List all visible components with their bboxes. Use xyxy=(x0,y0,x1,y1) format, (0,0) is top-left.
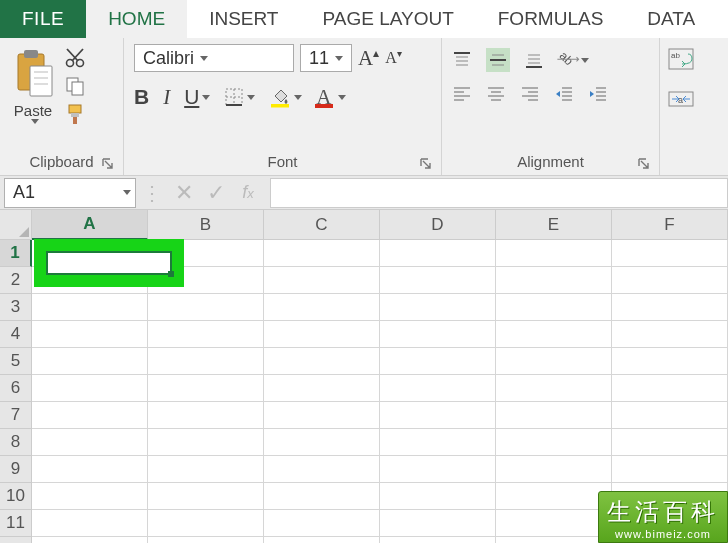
tab-formulas[interactable]: FORMULAS xyxy=(476,0,626,38)
cell[interactable] xyxy=(380,375,496,402)
formula-more-button[interactable]: ⋮ xyxy=(136,178,168,208)
cell[interactable] xyxy=(32,294,148,321)
cell[interactable] xyxy=(380,456,496,483)
tab-file[interactable]: FILE xyxy=(0,0,86,38)
cell[interactable] xyxy=(380,483,496,510)
cell[interactable] xyxy=(148,402,264,429)
col-header-C[interactable]: C xyxy=(264,210,380,240)
name-box[interactable]: A1 xyxy=(4,178,136,208)
insert-function-button[interactable]: fx xyxy=(232,178,264,208)
cell[interactable] xyxy=(32,240,148,267)
paste-split-button[interactable]: Paste xyxy=(10,44,56,147)
cell[interactable] xyxy=(264,483,380,510)
col-header-E[interactable]: E xyxy=(496,210,612,240)
cell[interactable] xyxy=(148,321,264,348)
cell[interactable] xyxy=(148,456,264,483)
cell[interactable] xyxy=(496,537,612,543)
cell[interactable] xyxy=(148,294,264,321)
cell[interactable] xyxy=(148,483,264,510)
row-header-8[interactable]: 8 xyxy=(0,429,32,456)
row-header-4[interactable]: 4 xyxy=(0,321,32,348)
tab-home[interactable]: HOME xyxy=(86,0,187,38)
tab-data[interactable]: DATA xyxy=(625,0,717,38)
cell[interactable] xyxy=(380,321,496,348)
row-header-10[interactable]: 10 xyxy=(0,483,32,510)
cell[interactable] xyxy=(612,240,728,267)
fill-color-button[interactable] xyxy=(269,86,302,108)
cell[interactable] xyxy=(148,510,264,537)
cell[interactable] xyxy=(612,267,728,294)
select-all-corner[interactable] xyxy=(0,210,32,240)
row-header-11[interactable]: 11 xyxy=(0,510,32,537)
decrease-font-size-button[interactable]: A▾ xyxy=(385,48,402,67)
row-header-5[interactable]: 5 xyxy=(0,348,32,375)
cell[interactable] xyxy=(264,321,380,348)
cell[interactable] xyxy=(32,483,148,510)
cell[interactable] xyxy=(380,402,496,429)
row-header-6[interactable]: 6 xyxy=(0,375,32,402)
cell[interactable] xyxy=(32,267,148,294)
cell[interactable] xyxy=(612,321,728,348)
cell[interactable] xyxy=(148,429,264,456)
cell[interactable] xyxy=(264,240,380,267)
font-launcher[interactable] xyxy=(419,157,433,171)
row-header-12[interactable]: 12 xyxy=(0,537,32,543)
cell[interactable] xyxy=(264,537,380,543)
col-header-F[interactable]: F xyxy=(612,210,728,240)
orientation-button[interactable]: ab xyxy=(558,50,589,70)
col-header-B[interactable]: B xyxy=(148,210,264,240)
cut-button[interactable] xyxy=(62,46,88,70)
underline-button[interactable]: U xyxy=(184,85,210,109)
alignment-launcher[interactable] xyxy=(637,157,651,171)
col-header-A[interactable]: A xyxy=(32,210,148,240)
cancel-formula-button[interactable]: ✕ xyxy=(168,178,200,208)
cell[interactable] xyxy=(380,348,496,375)
cell[interactable] xyxy=(264,456,380,483)
font-family-combo[interactable]: Calibri xyxy=(134,44,294,72)
cell[interactable] xyxy=(496,429,612,456)
decrease-indent-button[interactable] xyxy=(554,84,574,104)
align-bottom-button[interactable] xyxy=(524,50,544,70)
cell[interactable] xyxy=(264,375,380,402)
cell[interactable] xyxy=(380,429,496,456)
cell[interactable] xyxy=(496,375,612,402)
font-color-button[interactable]: A xyxy=(316,84,345,110)
cell[interactable] xyxy=(496,348,612,375)
font-size-combo[interactable]: 11 xyxy=(300,44,352,72)
cell[interactable] xyxy=(380,267,496,294)
cell[interactable] xyxy=(148,537,264,543)
clipboard-launcher[interactable] xyxy=(101,157,115,171)
row-header-2[interactable]: 2 xyxy=(0,267,32,294)
format-painter-button[interactable] xyxy=(62,102,88,126)
cell[interactable] xyxy=(496,402,612,429)
cell[interactable] xyxy=(264,510,380,537)
cell[interactable] xyxy=(32,375,148,402)
row-header-3[interactable]: 3 xyxy=(0,294,32,321)
col-header-D[interactable]: D xyxy=(380,210,496,240)
cell[interactable] xyxy=(264,348,380,375)
row-header-9[interactable]: 9 xyxy=(0,456,32,483)
cell[interactable] xyxy=(380,537,496,543)
cell[interactable] xyxy=(612,348,728,375)
cell[interactable] xyxy=(148,375,264,402)
cell[interactable] xyxy=(264,294,380,321)
cell[interactable] xyxy=(380,294,496,321)
merge-center-button[interactable]: a xyxy=(668,88,694,110)
cell[interactable] xyxy=(264,267,380,294)
increase-font-size-button[interactable]: A▴ xyxy=(358,46,379,71)
cell[interactable] xyxy=(32,429,148,456)
cell[interactable] xyxy=(380,240,496,267)
cell[interactable] xyxy=(32,348,148,375)
cell[interactable] xyxy=(496,456,612,483)
cell[interactable] xyxy=(380,510,496,537)
row-header-1[interactable]: 1 xyxy=(0,240,32,267)
row-header-7[interactable]: 7 xyxy=(0,402,32,429)
accept-formula-button[interactable]: ✓ xyxy=(200,178,232,208)
cell[interactable] xyxy=(612,456,728,483)
cell[interactable] xyxy=(264,429,380,456)
cell[interactable] xyxy=(612,402,728,429)
align-right-button[interactable] xyxy=(520,84,540,104)
cell[interactable] xyxy=(32,456,148,483)
italic-button[interactable]: I xyxy=(163,85,170,110)
cell[interactable] xyxy=(612,294,728,321)
